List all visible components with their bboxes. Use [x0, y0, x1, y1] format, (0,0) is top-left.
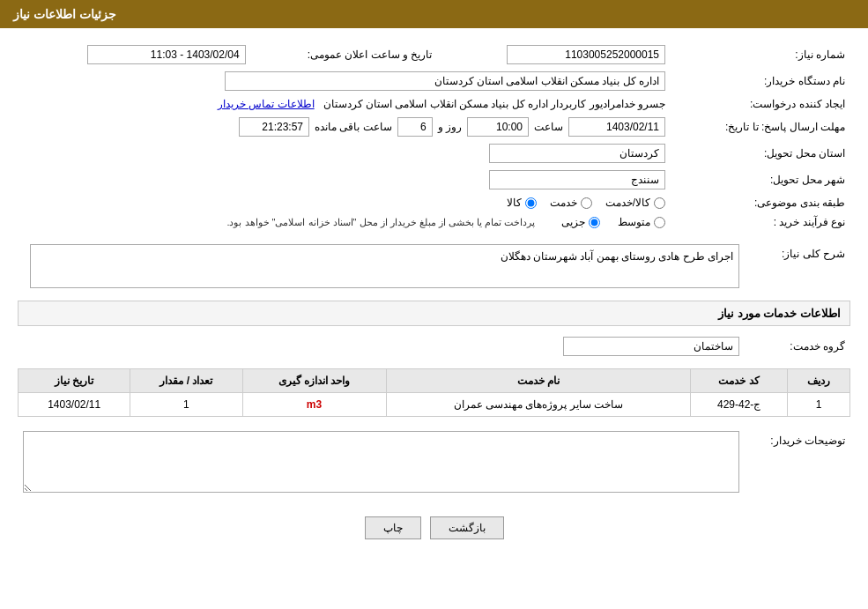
content-area: شماره نیاز: تاریخ و ساعت اعلان عمومی: نا… — [0, 28, 868, 566]
process-option-motavasset[interactable]: متوسط — [618, 216, 665, 228]
back-button[interactable]: بازگشت — [430, 516, 504, 539]
process-radio-jozee[interactable] — [589, 217, 600, 228]
col-header-service-code: کد خدمت — [691, 369, 788, 393]
creator-value: جسرو خدامرادیور کاربردار اداره کل بنیاد … — [323, 98, 665, 110]
col-header-unit: واحد اندازه گیری — [242, 369, 386, 393]
col-header-row-num: ردیف — [787, 369, 849, 393]
buyer-org-label: نام دستگاه خریدار: — [671, 68, 850, 94]
description-row: شرح کلی نیاز: اجرای طرح هادی روستای بهمن… — [18, 241, 850, 292]
process-option-jozee[interactable]: جزیی — [561, 216, 600, 228]
service-group-row: گروه خدمت: — [18, 333, 850, 360]
deadline-remaining-input[interactable] — [239, 117, 309, 137]
province-label: استان محل تحویل: — [671, 140, 850, 167]
category-radio-kala-khedmat[interactable] — [654, 197, 665, 209]
deadline-row: مهلت ارسال پاسخ: تا تاریخ: ساعت روز و سا… — [18, 114, 850, 140]
buyer-desc-label: توضیحات خریدار: — [745, 427, 850, 499]
announce-datetime-label: تاریخ و ساعت اعلان عمومی: — [251, 41, 438, 68]
category-label-kala-khedmat: کالا/خدمت — [605, 197, 650, 209]
buyer-desc-textarea[interactable] — [23, 431, 739, 493]
cell-service-code: ج-42-429 — [691, 393, 788, 417]
province-input[interactable] — [489, 144, 665, 163]
process-type-options: متوسط جزیی پرداخت تمام یا بخشی از مبلغ خ… — [23, 216, 665, 228]
city-label: شهر محل تحویل: — [671, 167, 850, 193]
buyer-desc-table: توضیحات خریدار: — [18, 427, 850, 499]
services-table-body: 1 ج-42-429 ساخت سایر پروژه‌های مهندسی عم… — [19, 393, 850, 417]
description-table: شرح کلی نیاز: اجرای طرح هادی روستای بهمن… — [18, 241, 850, 292]
services-data-table: ردیف کد خدمت نام خدمت واحد اندازه گیری ت… — [18, 368, 850, 417]
contact-info-link[interactable]: اطلاعات تماس خریدار — [218, 98, 315, 110]
request-number-row: شماره نیاز: تاریخ و ساعت اعلان عمومی: — [18, 41, 850, 68]
service-group-table: گروه خدمت: — [18, 333, 850, 360]
city-row: شهر محل تحویل: — [18, 167, 850, 193]
action-buttons: بازگشت چاپ — [18, 516, 850, 539]
deadline-date-input[interactable] — [568, 117, 665, 137]
creator-row: ایجاد کننده درخواست: جسرو خدامرادیور کار… — [18, 94, 850, 114]
reply-deadline-label: مهلت ارسال پاسخ: تا تاریخ: — [671, 114, 850, 140]
creator-label: ایجاد کننده درخواست: — [671, 94, 850, 114]
deadline-days-label: روز و — [438, 121, 462, 133]
process-type-label: نوع فرآیند خرید : — [671, 212, 850, 232]
category-row: طبقه بندی موضوعی: کالا/خدمت خدمت — [18, 193, 850, 212]
buyer-desc-row: توضیحات خریدار: — [18, 427, 850, 499]
services-header-row: ردیف کد خدمت نام خدمت واحد اندازه گیری ت… — [19, 369, 850, 393]
col-header-quantity: تعداد / مقدار — [130, 369, 242, 393]
description-value: اجرای طرح هادی روستای بهمن آباد شهرستان … — [30, 244, 739, 288]
deadline-time-input[interactable] — [467, 117, 529, 137]
main-info-table: شماره نیاز: تاریخ و ساعت اعلان عمومی: نا… — [18, 41, 850, 232]
process-label-jozee: جزیی — [561, 216, 585, 228]
buyer-org-row: نام دستگاه خریدار: — [18, 68, 850, 94]
deadline-time-label: ساعت — [534, 121, 563, 133]
cell-service-name: ساخت سایر پروژه‌های مهندسی عمران — [386, 393, 691, 417]
deadline-days-input[interactable] — [397, 117, 433, 137]
category-option-khedmat[interactable]: خدمت — [550, 197, 592, 209]
cell-row-num: 1 — [787, 393, 849, 417]
process-type-row: نوع فرآیند خرید : متوسط جزیی پرداخت تمام… — [18, 212, 850, 232]
col-header-service-name: نام خدمت — [386, 369, 691, 393]
category-option-kala-khedmat[interactable]: کالا/خدمت — [605, 197, 665, 209]
page-title: جزئیات اطلاعات نیاز — [13, 7, 116, 21]
cell-unit: m3 — [242, 393, 386, 417]
services-section-header: اطلاعات خدمات مورد نیاز — [18, 301, 850, 326]
request-number-label: شماره نیاز: — [671, 41, 850, 68]
category-label-kala: کالا — [507, 197, 522, 209]
services-table-header: ردیف کد خدمت نام خدمت واحد اندازه گیری ت… — [19, 369, 850, 393]
city-input[interactable] — [489, 170, 665, 189]
service-group-input[interactable] — [563, 337, 739, 356]
category-label-khedmat: خدمت — [550, 197, 577, 209]
category-radio-kala[interactable] — [525, 197, 537, 209]
announce-datetime-input[interactable] — [87, 45, 246, 64]
col-header-date: تاریخ نیاز — [19, 369, 130, 393]
print-button[interactable]: چاپ — [365, 516, 421, 539]
category-option-kala[interactable]: کالا — [507, 197, 537, 209]
process-description: پرداخت تمام یا بخشی از مبلغ خریدار از مح… — [226, 217, 535, 228]
category-radio-group: کالا/خدمت خدمت کالا — [23, 197, 665, 209]
process-radio-motavasset[interactable] — [654, 217, 665, 228]
province-row: استان محل تحویل: — [18, 140, 850, 167]
deadline-hours-label: ساعت باقی مانده — [315, 121, 392, 133]
request-number-input[interactable] — [507, 45, 665, 64]
deadline-date-row: ساعت روز و ساعت باقی مانده — [23, 117, 665, 137]
buyer-org-input[interactable] — [225, 71, 665, 91]
page-wrapper: جزئیات اطلاعات نیاز شماره نیاز: تاریخ و … — [0, 0, 868, 609]
cell-quantity: 1 — [130, 393, 242, 417]
category-label: طبقه بندی موضوعی: — [671, 193, 850, 212]
table-row: 1 ج-42-429 ساخت سایر پروژه‌های مهندسی عم… — [19, 393, 850, 417]
process-label-motavasset: متوسط — [618, 216, 650, 228]
description-label: شرح کلی نیاز: — [745, 241, 850, 292]
page-header: جزئیات اطلاعات نیاز — [0, 0, 868, 28]
category-radio-khedmat[interactable] — [581, 197, 592, 209]
service-group-label: گروه خدمت: — [745, 333, 850, 360]
cell-date: 1403/02/11 — [19, 393, 130, 417]
